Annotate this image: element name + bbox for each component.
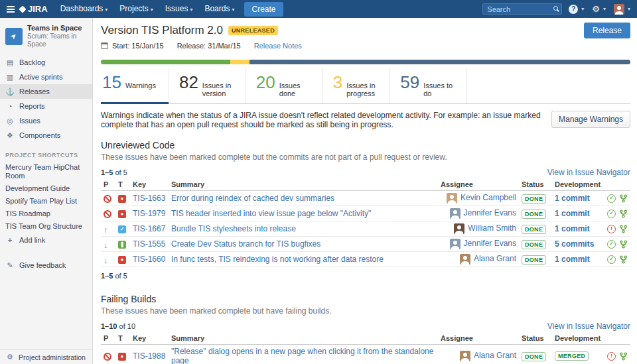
column-header-status: Status [519, 178, 552, 191]
project-header[interactable]: Teams in Space Scrum: Teams in Space [0, 18, 92, 55]
column-header-key: Key [130, 178, 169, 191]
chevron-down-icon: ▾ [190, 7, 192, 13]
view-in-issue-navigator-link[interactable]: View in Issue Navigator [547, 322, 630, 331]
plus-icon [5, 236, 15, 244]
sidebar-item-components[interactable]: Components [0, 128, 92, 143]
issue-summary-link[interactable]: Error during reindex of cached dev summa… [171, 194, 334, 203]
main-content: Version TIS Platform 2.0 UNRELEASED Rele… [93, 18, 637, 364]
status-lozenge: DONE [522, 240, 546, 249]
jira-logo[interactable]: JIRA [20, 4, 48, 14]
project-administration-button[interactable]: Project administration [0, 349, 92, 364]
chevron-down-icon: ▾ [581, 6, 584, 12]
sidebar-item-backlog[interactable]: Backlog [0, 55, 92, 70]
shortcut-development-guide[interactable]: Development Guide [0, 182, 92, 195]
release-notes-link[interactable]: Release Notes [254, 42, 302, 50]
issue-summary-link[interactable]: TIS header inserted into view issue page… [171, 209, 371, 218]
tab-warnings[interactable]: 15 Warnings [101, 68, 169, 103]
status-lozenge: DONE [522, 225, 546, 234]
table-row[interactable]: TIS-1667 Bundle TIS stylesheets into rel… [101, 221, 630, 237]
column-header-type: T [115, 332, 130, 345]
tab-issues-done[interactable]: 20 Issues done [246, 68, 323, 103]
give-feedback-button[interactable]: Give feedback [0, 258, 92, 273]
table-row[interactable]: TIS-1988 "Release" dialog opens in a new… [101, 345, 630, 364]
add-link-button[interactable]: Add link [0, 233, 92, 247]
dev-commits-link[interactable]: 1 commit [555, 255, 590, 264]
assignee-link[interactable]: Jennifer Evans [464, 239, 516, 248]
issue-key-link[interactable]: TIS-1667 [133, 224, 165, 233]
project-administration-label: Project administration [19, 353, 86, 361]
menu-issues[interactable]: Issues▾ [159, 0, 199, 19]
tab-issues-to-do[interactable]: 59 Issues to do [390, 68, 467, 103]
table-row[interactable]: TIS-1979 TIS header inserted into view i… [101, 206, 630, 221]
gear-icon [5, 353, 15, 361]
issues-icon [5, 117, 15, 125]
assignee-link[interactable]: Kevin Campbell [460, 193, 516, 202]
assignee-avatar [447, 193, 457, 204]
dev-commits-link[interactable]: 1 commit [555, 224, 590, 233]
column-header-priority: P [101, 178, 115, 191]
assignee-link[interactable]: Alana Grant [474, 254, 516, 263]
branch-icon [619, 255, 628, 264]
assignee-link[interactable]: William Smith [468, 223, 516, 233]
review-status-icon [607, 225, 616, 233]
column-header-priority: P [101, 332, 115, 345]
issue-key-link[interactable]: TIS-1663 [133, 194, 165, 203]
column-header-development: Development [552, 332, 630, 345]
issue-key-link[interactable]: TIS-1979 [133, 209, 165, 218]
sidebar-item-label: Backlog [19, 58, 45, 66]
issue-type-bug-icon [118, 195, 126, 203]
release-date: Release: 31/Mar/15 [177, 42, 241, 50]
issue-summary-link[interactable]: Create Dev Status branch for TIS bugfixe… [171, 239, 320, 249]
dev-commits-link[interactable]: 1 commit [555, 194, 590, 203]
shortcut-tis-org-structure[interactable]: TIS Team Org Structure [0, 220, 92, 233]
shortcut-tis-roadmap[interactable]: TIS Roadmap [0, 208, 92, 220]
components-icon [5, 131, 15, 140]
user-menu[interactable]: ▾ [612, 4, 632, 15]
help-menu[interactable]: ? ▾ [567, 5, 585, 14]
section-title-failing-builds: Failing Builds [101, 294, 630, 305]
backlog-icon [5, 58, 15, 67]
pagination: 1–10 of 10 [101, 322, 135, 330]
issue-type-bug-icon [118, 210, 126, 218]
issue-key-link[interactable]: TIS-1555 [133, 239, 165, 249]
assignee-link[interactable]: Jennifer Evans [464, 208, 516, 217]
hamburger-menu-icon[interactable] [7, 6, 15, 13]
table-row[interactable]: TIS-1663 Error during reindex of cached … [101, 191, 630, 206]
assignee-link[interactable]: Alana Grant [474, 351, 516, 360]
issue-summary-link[interactable]: Bundle TIS stylesheets into release [171, 224, 296, 233]
search-input[interactable] [482, 3, 562, 15]
sidebar-item-issues[interactable]: Issues [0, 113, 92, 128]
table-row[interactable]: TIS-1660 In func tests, TIS reindexing i… [101, 252, 630, 267]
priority-blocker-icon [104, 353, 111, 361]
issues-done-label: Issues done [279, 82, 313, 97]
table-row[interactable]: TIS-1555 Create Dev Status branch for TI… [101, 237, 630, 252]
shortcut-spotify-play-list[interactable]: Spotify Team Play List [0, 195, 92, 208]
menu-dashboards[interactable]: Dashboards▾ [54, 0, 114, 19]
create-button[interactable]: Create [244, 2, 283, 17]
issue-summary-link[interactable]: In func tests, TIS reindexing is not wor… [171, 255, 384, 264]
sidebar-item-releases[interactable]: Releases [0, 84, 92, 99]
status-lozenge: DONE [522, 352, 546, 361]
dev-commits-link[interactable]: 5 commits [555, 239, 594, 249]
manage-warnings-button[interactable]: Manage Warnings [551, 111, 630, 128]
issue-summary-link[interactable]: "Release" dialog opens in a new page whe… [171, 347, 433, 364]
sidebar-item-active-sprints[interactable]: Active sprints [0, 70, 92, 84]
tab-issues-in-progress[interactable]: 3 Issues in progress [323, 68, 390, 103]
dev-commits-link[interactable]: 1 commit [555, 209, 590, 218]
tab-issues-in-version[interactable]: 82 Issues in version [169, 68, 246, 103]
shortcut-hipchat-room[interactable]: Mercury Team HipChat Room [0, 161, 92, 182]
issue-key-link[interactable]: TIS-1988 [133, 351, 165, 361]
menu-projects[interactable]: Projects▾ [113, 0, 159, 19]
review-status-icon [607, 194, 616, 203]
page-title: Version TIS Platform 2.0 [101, 24, 223, 37]
settings-menu[interactable]: ⚙ ▾ [591, 5, 607, 14]
column-header-type: T [115, 178, 130, 191]
issues-to-do-label: Issues to do [423, 82, 457, 97]
chevron-down-icon: ▾ [151, 7, 153, 13]
project-subtitle: Scrum: Teams in Space [27, 32, 87, 48]
sidebar-item-reports[interactable]: Reports [0, 99, 92, 113]
view-in-issue-navigator-link[interactable]: View in Issue Navigator [547, 168, 630, 177]
issue-key-link[interactable]: TIS-1660 [133, 255, 165, 264]
menu-boards[interactable]: Boards▾ [198, 0, 240, 19]
release-button[interactable]: Release [584, 23, 630, 38]
